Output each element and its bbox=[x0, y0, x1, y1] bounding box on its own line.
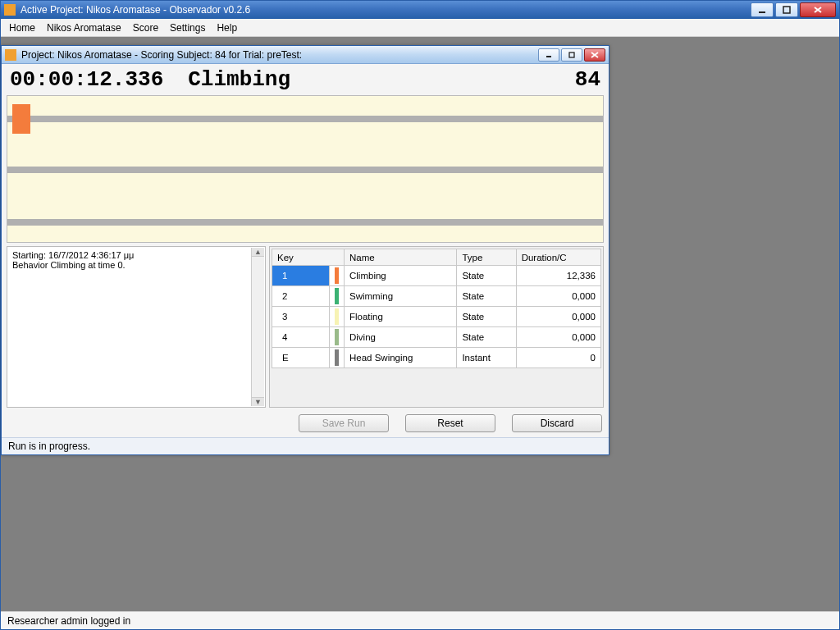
menubar: Home Nikos Aromatase Score Settings Help bbox=[1, 19, 839, 37]
color-swatch bbox=[330, 348, 345, 368]
type-cell: Instant bbox=[457, 348, 516, 368]
name-cell: Climbing bbox=[345, 266, 457, 286]
event-log[interactable]: Starting: 16/7/2012 4:36:17 μμ Behavior … bbox=[7, 246, 266, 408]
name-cell: Floating bbox=[345, 307, 457, 327]
duration-cell: 12,336 bbox=[516, 266, 600, 286]
child-minimize-button[interactable] bbox=[538, 48, 559, 62]
table-row[interactable]: 4DivingState0,000 bbox=[272, 327, 601, 348]
behavior-table[interactable]: Key Name Type Duration/C 1ClimbingState1… bbox=[272, 249, 601, 368]
child-maximize-button[interactable] bbox=[561, 48, 582, 62]
menu-project[interactable]: Nikos Aromatase bbox=[47, 22, 121, 34]
window-close-button[interactable] bbox=[800, 2, 836, 17]
key-cell[interactable]: 4 bbox=[272, 327, 330, 348]
col-key[interactable]: Key bbox=[272, 249, 345, 266]
table-row[interactable]: 3FloatingState0,000 bbox=[272, 307, 601, 327]
color-swatch bbox=[330, 307, 345, 327]
app-titlebar[interactable]: Active Project: Nikos Aromatase - Observ… bbox=[1, 1, 839, 19]
duration-cell: 0 bbox=[516, 348, 600, 368]
log-line: Starting: 16/7/2012 4:36:17 μμ bbox=[12, 250, 260, 260]
type-cell: State bbox=[457, 266, 516, 286]
reset-button[interactable]: Reset bbox=[405, 414, 495, 432]
current-behavior: Climbing bbox=[188, 67, 290, 92]
col-duration[interactable]: Duration/C bbox=[516, 249, 600, 266]
app-window: Active Project: Nikos Aromatase - Observ… bbox=[0, 0, 840, 630]
type-cell: State bbox=[457, 286, 516, 307]
subject-id: 84 bbox=[575, 67, 600, 92]
key-cell[interactable]: 1 bbox=[272, 266, 330, 286]
elapsed-time: 00:00:12.336 bbox=[10, 67, 163, 92]
duration-cell: 0,000 bbox=[516, 327, 600, 348]
maximize-icon bbox=[568, 52, 575, 58]
window-minimize-button[interactable] bbox=[751, 2, 774, 17]
key-cell[interactable]: 3 bbox=[272, 307, 330, 327]
name-cell: Swimming bbox=[345, 286, 457, 307]
timeline-panel[interactable] bbox=[7, 95, 604, 243]
type-cell: State bbox=[457, 327, 516, 348]
close-icon bbox=[813, 6, 823, 14]
color-swatch bbox=[330, 327, 345, 348]
menu-help[interactable]: Help bbox=[217, 22, 237, 34]
menu-settings[interactable]: Settings bbox=[170, 22, 205, 34]
col-type[interactable]: Type bbox=[457, 249, 516, 266]
scoring-titlebar[interactable]: Project: Nikos Aromatase - Scoring Subje… bbox=[2, 46, 609, 64]
name-cell: Diving bbox=[345, 327, 457, 348]
svg-rect-0 bbox=[759, 11, 765, 13]
key-cell[interactable]: E bbox=[272, 348, 330, 368]
log-scrollbar[interactable] bbox=[251, 248, 264, 406]
menu-score[interactable]: Score bbox=[133, 22, 158, 34]
col-name[interactable]: Name bbox=[345, 249, 457, 266]
name-cell: Head Swinging bbox=[345, 348, 457, 368]
minimize-icon bbox=[758, 6, 766, 14]
app-icon bbox=[4, 4, 16, 16]
app-title: Active Project: Nikos Aromatase - Observ… bbox=[21, 4, 250, 16]
timeline-lane bbox=[7, 219, 603, 226]
scoring-window-title: Project: Nikos Aromatase - Scoring Subje… bbox=[21, 49, 302, 61]
readout-bar: 00:00:12.336 Climbing 84 bbox=[7, 67, 604, 92]
svg-rect-1 bbox=[783, 7, 790, 13]
timeline-event-block bbox=[12, 104, 30, 134]
mdi-client-area: Project: Nikos Aromatase - Scoring Subje… bbox=[1, 37, 839, 611]
save-run-button[interactable]: Save Run bbox=[299, 414, 389, 432]
timeline-lane bbox=[7, 116, 603, 122]
app-statusbar: Researcher admin logged in bbox=[1, 611, 839, 629]
duration-cell: 0,000 bbox=[516, 307, 600, 327]
window-maximize-button[interactable] bbox=[775, 2, 798, 17]
minimize-icon bbox=[546, 52, 552, 58]
scoring-window: Project: Nikos Aromatase - Scoring Subje… bbox=[1, 45, 609, 455]
table-row[interactable]: 2SwimmingState0,000 bbox=[272, 286, 601, 307]
svg-rect-2 bbox=[546, 56, 551, 57]
duration-cell: 0,000 bbox=[516, 286, 600, 307]
menu-home[interactable]: Home bbox=[9, 22, 35, 34]
color-swatch bbox=[330, 266, 345, 286]
maximize-icon bbox=[783, 6, 791, 14]
close-icon bbox=[591, 52, 599, 58]
child-close-button[interactable] bbox=[584, 48, 605, 62]
key-cell[interactable]: 2 bbox=[272, 286, 330, 307]
color-swatch bbox=[330, 286, 345, 307]
log-line: Behavior Climbing at time 0. bbox=[12, 260, 260, 270]
svg-rect-3 bbox=[569, 52, 574, 57]
table-row[interactable]: EHead SwingingInstant0 bbox=[272, 348, 601, 368]
scoring-status-text: Run is in progress. bbox=[8, 441, 90, 452]
run-button-row: Save Run Reset Discard bbox=[7, 411, 604, 434]
table-row[interactable]: 1ClimbingState12,336 bbox=[272, 266, 601, 286]
app-status-text: Researcher admin logged in bbox=[7, 615, 130, 627]
scoring-statusbar: Run is in progress. bbox=[2, 437, 609, 454]
type-cell: State bbox=[457, 307, 516, 327]
behavior-table-pane: Key Name Type Duration/C 1ClimbingState1… bbox=[269, 246, 604, 408]
discard-button[interactable]: Discard bbox=[512, 414, 602, 432]
scoring-window-icon bbox=[5, 49, 16, 61]
timeline-lane bbox=[7, 167, 603, 173]
